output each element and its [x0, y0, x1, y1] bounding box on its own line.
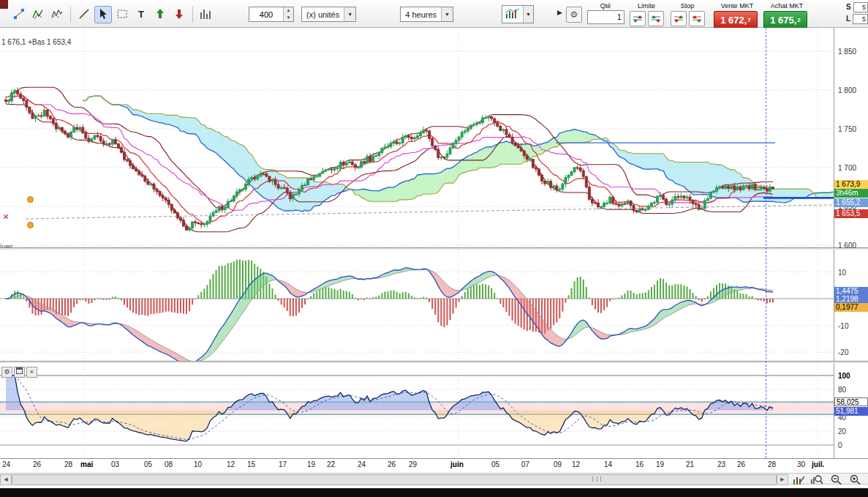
limit-ticks-value[interactable]: 5	[853, 14, 868, 24]
scrollbar-grip[interactable]	[592, 477, 601, 482]
arrow-up-tool-button[interactable]	[151, 6, 169, 23]
y-tick-label: 20	[838, 427, 846, 436]
buy-price-decimal: 2	[797, 17, 800, 23]
price-tag: 3h46m	[834, 189, 868, 198]
buy-stop-button[interactable]	[671, 11, 687, 26]
chevron-down-icon[interactable]: ▼	[344, 7, 355, 21]
scroll-right-button[interactable]: ▶	[777, 474, 788, 485]
x-axis-label: 05	[144, 460, 152, 468]
chevron-down-icon[interactable]: ▼	[441, 7, 453, 21]
y-tick-label: 1 850	[838, 48, 856, 56]
chevron-down-icon[interactable]: ▼	[523, 6, 533, 23]
zoom-out-button[interactable]	[828, 474, 844, 485]
toolbar-separator	[192, 7, 193, 23]
zigzag-tool-button[interactable]	[29, 6, 47, 23]
y-tick-label: 1 700	[838, 164, 856, 172]
indicator-window-button[interactable]	[14, 367, 25, 378]
scroll-left-button[interactable]: ◀	[0, 474, 12, 485]
y-tick-label: 0	[838, 441, 842, 449]
window-icon	[16, 367, 23, 374]
units-select[interactable]: (x) unités ▼	[301, 7, 356, 22]
cursor-tool-button[interactable]	[94, 6, 112, 23]
price-tag: 1 673,9	[834, 180, 868, 189]
stop-ticks-label: S	[846, 3, 851, 11]
sell-price-decimal: 7	[747, 17, 750, 23]
oscillator-panel[interactable]	[0, 250, 834, 361]
sell-limit-button[interactable]	[648, 11, 664, 26]
x-axis-label: 30	[797, 460, 805, 468]
main-price-chart[interactable]	[0, 28, 834, 247]
chart-style-button[interactable]: ▼	[502, 5, 534, 23]
elliott-wave-tool-button[interactable]	[48, 6, 66, 23]
x-axis-label: 24	[358, 460, 366, 468]
elliott-wave-icon	[51, 8, 63, 21]
arrow-left-icon: ◀	[4, 477, 7, 482]
collapse-panel-icon[interactable]: ▶	[557, 9, 562, 16]
sell-market-button[interactable]: 1 672,7	[714, 11, 758, 29]
chart-style-icon	[502, 7, 523, 21]
magnifier-plus-icon	[850, 474, 861, 485]
y-tick-label: 1 600	[838, 242, 856, 250]
x-axis-label: 19	[307, 460, 315, 468]
rect-select-tool-button[interactable]	[113, 6, 131, 23]
x-axis-label: 26	[737, 460, 745, 468]
buy-market-button[interactable]: 1 675,2	[763, 11, 807, 29]
order-settings-button[interactable]: ⚙	[566, 7, 582, 23]
spin-up-icon[interactable]: ▲	[284, 7, 293, 15]
y-tick-label: 100	[838, 372, 850, 380]
limit-ticks-label: L	[846, 15, 850, 23]
app-icon	[0, 0, 8, 9]
scrollbar-thumb[interactable]	[12, 474, 777, 485]
zoom-settings-button[interactable]	[791, 474, 807, 485]
trendline-icon	[78, 8, 90, 21]
chart-overlay-values: 1 676,1 +Bas 1 653,4	[1, 38, 71, 46]
rsi-panel[interactable]	[0, 363, 834, 458]
x-axis-label: 24	[2, 460, 10, 468]
drawing-handle[interactable]	[27, 196, 34, 203]
time-scrollbar[interactable]: ◀ ▶	[0, 473, 868, 485]
chart-edit-icon	[793, 475, 805, 485]
quantity-input[interactable]	[249, 7, 283, 21]
y-tick-label: -10	[838, 322, 848, 330]
x-axis-label: 26	[388, 460, 396, 468]
quantity-stepper[interactable]: ▲▼	[249, 7, 294, 22]
x-axis-label: juin	[450, 460, 464, 468]
y-tick-label: -20	[838, 348, 848, 356]
stop-ticks-value[interactable]: 5	[853, 2, 868, 12]
arrow-down-tool-button[interactable]	[170, 6, 188, 23]
x-axis-label: 14	[604, 460, 612, 468]
indicator-settings-button[interactable]: ⚙	[1, 367, 12, 378]
drawing-handle[interactable]	[27, 222, 34, 228]
x-axis-label: 16	[635, 460, 644, 468]
close-indicator-button[interactable]: ×	[26, 367, 37, 378]
timeframe-select[interactable]: 4 heures ▼	[400, 7, 453, 22]
y-tick-label: 1 750	[838, 125, 856, 133]
wrench-icon: ⚙	[4, 368, 10, 375]
magnifier-minus-icon	[831, 474, 842, 485]
zoom-area-button[interactable]	[809, 474, 825, 485]
rect-select-icon	[116, 8, 128, 21]
trendline-tool-button[interactable]	[75, 6, 93, 23]
price-tag: 1 653,5	[834, 209, 868, 218]
quantity-spin-arrows[interactable]: ▲▼	[283, 7, 293, 21]
buy-limit-button[interactable]	[630, 11, 646, 26]
draw-line-points-tool-button[interactable]	[10, 6, 28, 23]
timeframe-select-value: 4 heures	[401, 10, 441, 19]
sell-stop-button[interactable]	[689, 11, 705, 26]
delete-drawing-icon[interactable]: ✕	[1, 212, 10, 221]
x-axis-label: 12	[227, 460, 235, 468]
x-axis-label: mai	[80, 460, 93, 468]
spin-down-icon[interactable]: ▼	[284, 15, 293, 22]
status-bar	[0, 488, 868, 497]
y-tick-label: 1 800	[838, 86, 856, 94]
zoom-in-button[interactable]	[847, 474, 863, 485]
order-qty-input[interactable]	[587, 10, 624, 24]
order-ticket: ▶ ⚙ Qté Limite Stop Vente MKT	[557, 0, 868, 28]
x-axis-label: 10	[194, 460, 202, 468]
toolbar-separator	[70, 7, 71, 23]
volume-histogram-tool-button[interactable]	[197, 6, 215, 23]
x-axis-label: 23	[717, 460, 725, 468]
achat-mkt-label: Achat MKT	[763, 2, 810, 10]
text-tool-button[interactable]: T	[132, 6, 150, 23]
arrow-up-icon	[156, 8, 165, 21]
